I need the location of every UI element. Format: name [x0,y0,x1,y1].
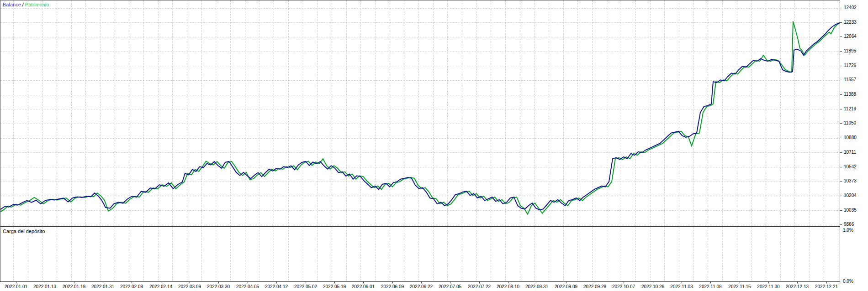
x-axis-tick [161,281,161,283]
x-axis-tick [363,281,364,283]
x-axis: 2022.01.012022.01.132022.01.192022.01.31… [0,281,840,291]
x-axis-tick [826,281,827,283]
x-axis-tick [103,281,103,283]
deposit-load-canvas[interactable] [0,227,840,281]
y-axis-label: 10035 [844,208,857,213]
y-axis-label: 10542 [844,164,857,169]
y-axis-tick [840,167,842,167]
y-axis-tick [840,152,842,153]
y-axis-label: 11388 [844,92,856,97]
y-axis-tick [840,51,842,52]
deposit-load-panel[interactable]: Carga del depósito [0,227,840,282]
legend-patrimonio-label: Patrimonio [25,2,49,7]
x-axis-tick [74,281,74,283]
x-axis-tick [190,281,190,283]
y-axis-label: 9866 [844,222,854,227]
x-axis-tick [218,281,219,283]
y-axis-tick [840,138,842,138]
y-axis-tick [840,94,842,95]
balance-equity-chart-panel[interactable]: Balance/Patrimonio [0,0,840,227]
y-axis-label: 12064 [844,34,857,39]
y-axis-label: 10373 [844,178,857,183]
x-axis-tick [16,281,16,283]
y-axis-tick [840,210,842,211]
x-axis-tick [45,281,45,283]
x-axis-tick [306,281,306,283]
x-axis-tick [566,281,566,283]
y-axis-label: 10880 [844,135,857,140]
y-axis-label: 10204 [844,193,857,198]
x-axis-tick [710,281,711,283]
x-axis-tick [508,281,508,283]
x-axis-tick [653,281,653,283]
strategy-tester-report-chart: Balance/Patrimonio Carga del depósito 12… [0,0,868,291]
x-axis-tick [450,281,450,283]
y-axis-tick [840,196,842,196]
x-axis-tick [421,281,422,283]
chart-legend: Balance/Patrimonio [3,2,49,7]
x-axis-tick [797,281,798,283]
y-axis-tick [840,224,842,225]
y-axis-tick [840,36,842,37]
x-axis-tick [392,281,393,283]
y-axis-tick [840,181,842,182]
x-axis-tick [248,281,248,283]
x-axis-tick [479,281,480,283]
legend-balance-label: Balance [3,2,21,7]
legend-separator: / [22,2,24,7]
y-axis-tick [840,109,842,109]
y-axis-tick [840,80,842,80]
y-axis-label: 10711 [844,150,856,155]
y-axis-label: 12233 [844,20,857,25]
deposit-load-max-label: 1.0% [843,228,853,233]
x-axis-tick [334,281,335,283]
y-axis-tick [840,123,842,124]
patrimonio-line [0,21,840,214]
y-axis-label: 11050 [844,120,856,125]
y-axis-tick [840,8,842,8]
x-axis-label: 2022.12.21 [808,284,845,289]
x-axis-tick [768,281,769,283]
y-axis-label: 11557 [844,77,856,82]
y-axis-label: 11895 [844,48,856,53]
deposit-load-min-label: 0.0% [843,279,853,284]
balance-equity-chart-canvas[interactable] [0,0,840,226]
x-axis-tick [276,281,277,283]
y-axis-label: 12402 [844,5,857,10]
x-axis-tick [595,281,595,283]
y-axis-tick [840,22,842,23]
x-axis-tick [624,281,624,283]
x-axis-tick [740,281,740,283]
y-axis-label: 11726 [844,63,856,68]
y-axis-tick [840,66,842,66]
x-axis-tick [132,281,132,283]
x-axis-tick [537,281,537,283]
y-axis: 1240212233120641189511726115571138811219… [840,0,868,291]
deposit-load-title: Carga del depósito [3,229,45,234]
x-axis-tick [682,281,682,283]
y-axis-label: 11219 [844,106,856,111]
